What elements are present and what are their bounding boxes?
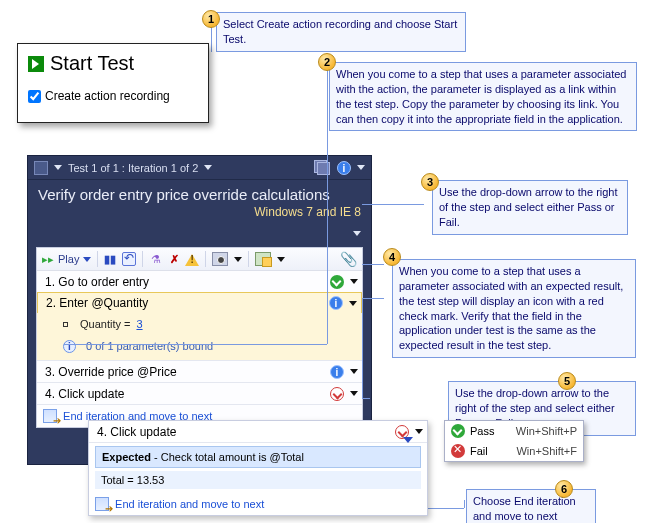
save-all-icon[interactable] [314, 160, 331, 175]
detail-step-row[interactable]: 4. Click update [89, 421, 427, 443]
config-dropdown-icon[interactable] [353, 231, 361, 236]
callout-3: Use the drop-down arrow to the right of … [432, 180, 628, 235]
start-test-button[interactable]: Start Test [28, 52, 198, 75]
end-iteration-icon [43, 409, 57, 423]
step-row-4[interactable]: 4. Click update [37, 383, 362, 405]
start-test-label: Start Test [50, 52, 134, 75]
test-config: Windows 7 and IE 8 [28, 205, 371, 225]
step-dropdown-icon[interactable] [350, 369, 358, 374]
camera-dropdown-icon[interactable] [234, 257, 242, 262]
x-icon: ✗ [167, 252, 181, 266]
pass-hotkey: Win+Shift+P [516, 425, 577, 437]
pause-icon[interactable]: ▮▮ [104, 253, 116, 266]
fail-menu-item[interactable]: Fail Win+Shift+F [445, 441, 583, 461]
status-info-icon: i [330, 365, 344, 379]
pass-menu-item[interactable]: Pass Win+Shift+P [445, 421, 583, 441]
warning-icon [185, 252, 199, 266]
step-2-bound-info: i 0 of 1 parameter(s) bound [37, 335, 362, 357]
create-action-recording-label: Create action recording [45, 89, 170, 103]
start-test-card: Start Test Create action recording [17, 43, 209, 123]
back-icon[interactable] [34, 161, 48, 175]
step-2-details: Quantity = 3 i 0 of 1 parameter(s) bound [37, 313, 362, 361]
undo-icon[interactable] [122, 252, 136, 266]
badge-5: 5 [558, 372, 576, 390]
expected-block: Expected - Check total amount is @Total [95, 446, 421, 468]
step-row-1[interactable]: 1. Go to order entry [37, 271, 362, 293]
status-redcheck-icon [330, 387, 344, 401]
detail-end-iteration-row: End iteration and move to next [89, 493, 427, 515]
iteration-counter: Test 1 of 1 : Iteration 1 of 2 [68, 162, 198, 174]
status-info-icon: i [329, 296, 343, 310]
quantity-link[interactable]: 3 [136, 318, 142, 330]
end-iteration-link[interactable]: End iteration and move to next [115, 498, 264, 510]
end-iteration-icon [95, 497, 109, 511]
step-dropdown-icon[interactable] [415, 429, 423, 434]
play-button[interactable]: ▸▸ Play [42, 253, 91, 266]
step-row-3[interactable]: 3. Override price @Price i [37, 361, 362, 383]
badge-2: 2 [318, 53, 336, 71]
steps-toolbar: ▸▸ Play ▮▮ ⚗ ✗ 📎 [37, 248, 362, 271]
status-redcheck-icon [395, 425, 409, 439]
step-dropdown-icon[interactable] [349, 301, 357, 306]
step-row-2[interactable]: 2. Enter @Quantity i [37, 292, 362, 314]
test-runner-panel: Test 1 of 1 : Iteration 1 of 2 i Verify … [27, 155, 372, 465]
info-icon[interactable]: i [337, 161, 351, 175]
beaker-icon[interactable]: ⚗ [149, 252, 163, 266]
step-detail-panel: 4. Click update Expected - Check total a… [88, 420, 428, 516]
bullet-icon [63, 322, 68, 327]
callout-6: Choose End iteration and move to next [466, 489, 596, 523]
back-dropdown-icon[interactable] [54, 165, 62, 170]
callout-2: When you come to a step that uses a para… [329, 62, 637, 131]
screenshot-icon[interactable] [255, 252, 271, 266]
callout-4: When you come to a step that uses a para… [392, 259, 636, 358]
fail-hotkey: Win+Shift+F [516, 445, 577, 457]
play-label: Play [58, 253, 79, 265]
status-ok-icon [330, 275, 344, 289]
expected-total: Total = 13.53 [95, 471, 421, 489]
start-icon [28, 56, 44, 72]
camera-icon[interactable] [212, 252, 228, 266]
badge-4: 4 [383, 248, 401, 266]
info-small-icon: i [63, 340, 76, 353]
badge-6: 6 [555, 480, 573, 498]
pass-fail-menu: Pass Win+Shift+P Fail Win+Shift+F [444, 420, 584, 462]
badge-1: 1 [202, 10, 220, 28]
step-dropdown-icon[interactable] [350, 391, 358, 396]
pass-icon [451, 424, 465, 438]
step-dropdown-icon[interactable] [350, 279, 358, 284]
create-action-recording-checkbox[interactable]: Create action recording [28, 89, 198, 103]
screenshot-dropdown-icon[interactable] [277, 257, 285, 262]
info-dropdown-icon[interactable] [357, 165, 365, 170]
badge-3: 3 [421, 173, 439, 191]
step-2-quantity: Quantity = 3 [37, 313, 362, 335]
attachment-icon[interactable]: 📎 [340, 251, 357, 267]
test-title: Verify order entry price override calcul… [28, 180, 371, 205]
play-dropdown-icon[interactable] [83, 257, 91, 262]
callout-1: Select Create action recording and choos… [216, 12, 466, 52]
create-action-recording-input[interactable] [28, 90, 41, 103]
runner-top-bar: Test 1 of 1 : Iteration 1 of 2 i [28, 156, 371, 180]
steps-panel: ▸▸ Play ▮▮ ⚗ ✗ 📎 1. Go to order [36, 247, 363, 428]
iteration-dropdown-icon[interactable] [204, 165, 212, 170]
fail-icon [451, 444, 465, 458]
